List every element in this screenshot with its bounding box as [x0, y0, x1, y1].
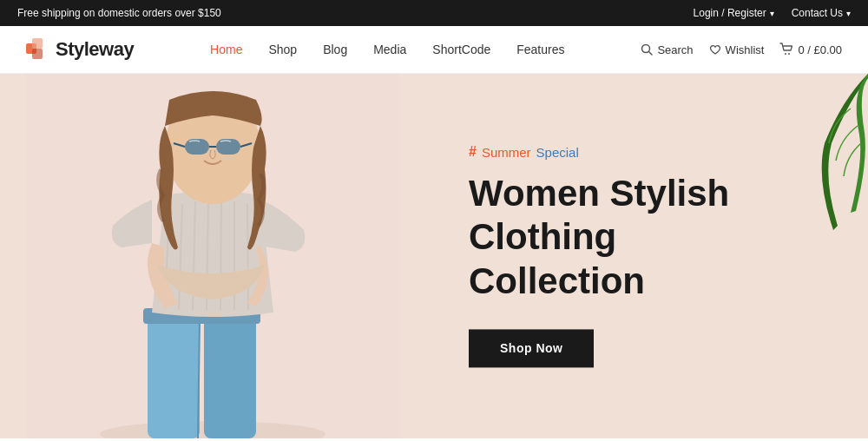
svg-point-6 — [788, 53, 790, 55]
nav-blog[interactable]: Blog — [323, 43, 347, 56]
svg-rect-9 — [148, 317, 200, 438]
contact-us-link[interactable]: Contact Us — [792, 7, 851, 19]
logo-icon — [26, 38, 49, 61]
top-bar-right: Login / Register Contact Us — [694, 7, 851, 19]
top-bar: Free shipping on domestic orders over $1… — [0, 0, 868, 26]
svg-line-4 — [649, 52, 653, 56]
hero-woman-image — [26, 74, 399, 438]
logo[interactable]: Styleway — [26, 38, 134, 61]
header-actions: Search Wishlist 0 / £0.00 — [641, 43, 842, 56]
nav-features[interactable]: Features — [516, 43, 564, 56]
svg-rect-1 — [32, 38, 43, 49]
contact-chevron-icon — [846, 7, 851, 19]
hero-title: Women Stylish Clothing Collection — [469, 172, 799, 303]
shipping-text: Free shipping on domestic orders over $1… — [17, 7, 221, 19]
search-button[interactable]: Search — [641, 43, 693, 56]
header: Styleway Home Shop Blog Media ShortCode … — [0, 26, 868, 74]
svg-point-5 — [785, 53, 786, 55]
shop-now-button[interactable]: Shop Now — [469, 330, 594, 368]
hero-subtitle: # Summer Special — [469, 144, 799, 160]
main-nav: Home Shop Blog Media ShortCode Features — [210, 43, 564, 56]
hero-section: # Summer Special Women Stylish Clothing … — [0, 74, 868, 438]
nav-home[interactable]: Home — [210, 43, 242, 56]
hero-subtitle-summer: Summer — [482, 145, 531, 160]
cart-button[interactable]: 0 / £0.00 — [779, 43, 842, 56]
svg-rect-10 — [204, 317, 256, 438]
login-chevron-icon — [770, 7, 774, 19]
svg-line-19 — [247, 204, 248, 310]
nav-media[interactable]: Media — [373, 43, 406, 56]
hero-content: # Summer Special Women Stylish Clothing … — [469, 144, 799, 367]
hero-hash: # — [469, 144, 477, 160]
logo-text: Styleway — [56, 38, 134, 61]
wishlist-button[interactable]: Wishlist — [709, 43, 765, 56]
nav-shortcode[interactable]: ShortCode — [432, 43, 490, 56]
nav-shop[interactable]: Shop — [268, 43, 297, 56]
svg-rect-2 — [32, 49, 43, 59]
heart-icon — [709, 43, 721, 56]
search-icon — [641, 43, 653, 56]
hero-subtitle-special: Special — [536, 145, 579, 160]
cart-icon — [779, 43, 793, 56]
login-register-link[interactable]: Login / Register — [694, 7, 774, 19]
